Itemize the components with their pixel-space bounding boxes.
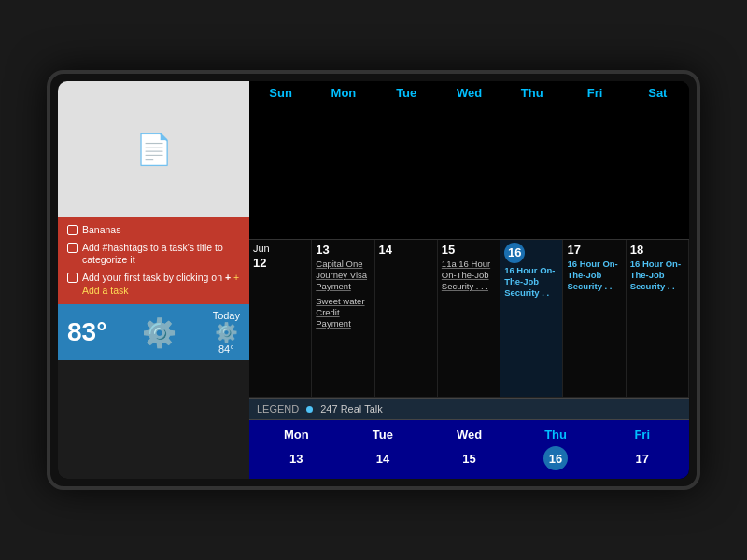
event-mon-2: Sweet water Credit Payment xyxy=(316,296,370,330)
cal-cell-wed: 15 11a 16 Hour On-The-Job Security . . . xyxy=(438,240,500,399)
legend-bar: LEGEND 247 Real Talk xyxy=(249,399,689,420)
task-checkbox-3[interactable] xyxy=(67,273,78,283)
mini-date-wed: 15 xyxy=(458,448,479,469)
event-thu-1: 16 Hour On-The-Job Security . . xyxy=(504,265,558,300)
image-placeholder: 📄 xyxy=(58,81,249,217)
cal-cell-fri: 17 16 Hour On-The-Job Security . . xyxy=(563,240,626,399)
cal-date-row: Jun 12 13 Capital One Journey Visa Payme… xyxy=(249,240,689,399)
mini-date-thu: 16 xyxy=(543,446,568,470)
date-wed: 15 xyxy=(442,243,496,257)
date-sat: 18 xyxy=(630,243,684,257)
weather-right: Today ⚙️ 84° xyxy=(213,310,240,355)
cal-cell-sun: Jun 12 xyxy=(249,240,312,399)
legend-label: LEGEND xyxy=(257,403,299,414)
event-sat-1: 16 Hour On-The-Job Security . . xyxy=(630,259,684,293)
event-mon-1: Capital One Journey Visa Payment xyxy=(316,259,370,293)
mini-date-mon: 13 xyxy=(286,448,306,469)
month-label: Jun xyxy=(253,243,307,254)
cal-cell-tue: 14 xyxy=(375,240,438,399)
cal-header-fri: Fri xyxy=(563,81,626,240)
legend-dot xyxy=(306,406,313,413)
task-checkbox-2[interactable] xyxy=(67,243,78,253)
date-mon: 13 xyxy=(316,243,370,257)
mini-date-mon-wrap: 13 xyxy=(253,443,340,473)
weather-today-label: Today xyxy=(213,310,240,321)
mini-header-wed: Wed xyxy=(426,426,513,443)
mini-header-fri: Fri xyxy=(599,426,685,443)
cal-header-tue: Tue xyxy=(375,81,438,240)
calendar-mini: Mon Tue Wed Thu Fri 13 14 15 xyxy=(249,420,689,479)
date-sun: 12 xyxy=(253,256,307,270)
event-fri-1: 16 Hour On-The-Job Security . . xyxy=(567,259,621,293)
left-panel: 📄 Bananas Add #hashtags to a task's titl… xyxy=(58,81,249,479)
mini-header-mon: Mon xyxy=(253,426,340,443)
today-circle: 16 xyxy=(504,243,525,263)
mini-date-wed-wrap: 15 xyxy=(426,443,513,473)
cal-cell-thu: 16 16 Hour On-The-Job Security . . xyxy=(500,240,563,399)
task-label-1: Bananas xyxy=(82,224,120,237)
right-panel: Sun Mon Tue Wed Thu Fri Sat Jun 12 xyxy=(249,81,689,479)
mini-date-thu-wrap: 16 xyxy=(513,443,599,473)
cal-header-thu: Thu xyxy=(500,81,563,240)
task-label-2: Add #hashtags to a task's title to categ… xyxy=(82,242,240,267)
legend-entry: 247 Real Talk xyxy=(320,403,382,414)
task-item-3[interactable]: Add your first task by clicking on + + A… xyxy=(67,272,240,297)
date-thu: 16 xyxy=(504,243,558,263)
cal-header-row: Sun Mon Tue Wed Thu Fri Sat xyxy=(249,81,689,240)
weather-icon-small: ⚙️ xyxy=(215,321,238,343)
cal-header-mon: Mon xyxy=(312,81,374,240)
task-item-1[interactable]: Bananas xyxy=(67,224,240,237)
task-label-3: Add your first task by clicking on + + A… xyxy=(82,272,240,297)
mini-cal-dates: 13 14 15 16 17 xyxy=(253,443,685,473)
task-item-2[interactable]: Add #hashtags to a task's title to categ… xyxy=(67,242,240,267)
mini-cal-headers: Mon Tue Wed Thu Fri xyxy=(253,426,685,443)
cal-header-sun: Sun xyxy=(249,81,312,240)
mini-header-tue: Tue xyxy=(340,426,427,443)
weather-temp-small: 84° xyxy=(218,343,234,355)
mini-date-fri-wrap: 17 xyxy=(599,443,685,473)
cal-header-wed: Wed xyxy=(438,81,500,240)
mini-date-tue-wrap: 14 xyxy=(340,443,427,473)
device-frame: 📄 Bananas Add #hashtags to a task's titl… xyxy=(47,70,700,490)
cal-cell-mon: 13 Capital One Journey Visa Payment Swee… xyxy=(312,240,374,399)
weather-icon-main: ⚙️ xyxy=(142,316,176,349)
task-list: Bananas Add #hashtags to a task's title … xyxy=(58,217,249,304)
weather-temp-main: 83° xyxy=(67,317,106,347)
cal-header-sat: Sat xyxy=(627,81,689,240)
placeholder-icon: 📄 xyxy=(135,132,173,167)
date-tue: 14 xyxy=(379,243,433,257)
cal-cell-sat: 18 16 Hour On-The-Job Security . . xyxy=(627,240,689,399)
mini-header-thu: Thu xyxy=(513,426,599,443)
calendar-full: Sun Mon Tue Wed Thu Fri Sat Jun 12 xyxy=(249,81,689,399)
event-wed-1: 11a 16 Hour On-The-Job Security . . . xyxy=(442,259,496,293)
screen: 📄 Bananas Add #hashtags to a task's titl… xyxy=(58,81,689,479)
mini-date-fri: 17 xyxy=(631,448,652,469)
mini-date-tue: 14 xyxy=(373,448,393,469)
weather-widget: 83° ⚙️ Today ⚙️ 84° xyxy=(58,304,249,360)
date-fri: 17 xyxy=(567,243,621,257)
task-checkbox-1[interactable] xyxy=(67,225,78,235)
